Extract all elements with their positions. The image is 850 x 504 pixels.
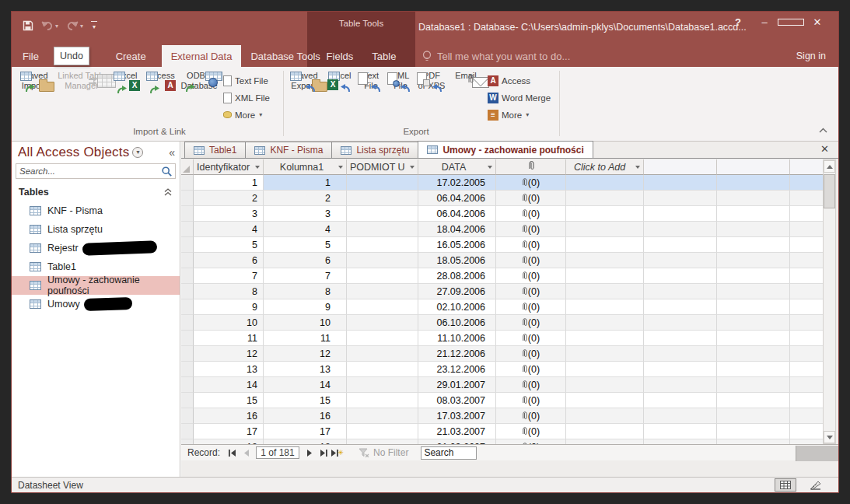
- cell-identyfikator[interactable]: 14: [194, 377, 264, 393]
- cell-data[interactable]: 06.04.2006: [418, 206, 496, 222]
- cell-podmiot[interactable]: [347, 315, 418, 331]
- cell-attachment[interactable]: (0): [496, 377, 566, 393]
- cell-identyfikator[interactable]: 9: [194, 299, 264, 315]
- import-text-file-button[interactable]: Text File: [223, 72, 268, 89]
- cell-kolumna1[interactable]: 2: [264, 191, 347, 206]
- cell-identyfikator[interactable]: 17: [194, 424, 264, 439]
- cell-podmiot[interactable]: [347, 393, 418, 408]
- import-access-button[interactable]: A Access: [144, 71, 178, 81]
- cell-kolumna1[interactable]: 5: [264, 237, 347, 253]
- maximize-button[interactable]: [778, 16, 804, 28]
- cell-data[interactable]: 16.05.2006: [418, 237, 496, 253]
- cell-podmiot[interactable]: [347, 191, 418, 206]
- document-tab[interactable]: Umowy - zachowanie poufności: [418, 141, 593, 158]
- cell-click-to-add[interactable]: [566, 237, 644, 253]
- cell-data[interactable]: 29.01.2007: [418, 377, 496, 393]
- cell-identyfikator[interactable]: 6: [194, 253, 264, 268]
- export-text-file-button[interactable]: Text File: [357, 71, 385, 90]
- cell-kolumna1[interactable]: 13: [264, 362, 347, 377]
- help-button[interactable]: ?: [725, 16, 751, 28]
- cell-attachment[interactable]: (0): [496, 331, 566, 346]
- row-selector[interactable]: [181, 284, 194, 299]
- vertical-scrollbar[interactable]: [823, 159, 836, 444]
- search-icon[interactable]: [161, 166, 173, 177]
- cell-attachment[interactable]: (0): [496, 268, 566, 284]
- cell-click-to-add[interactable]: [566, 253, 644, 268]
- row-selector[interactable]: [181, 424, 194, 439]
- cell-click-to-add[interactable]: [566, 346, 644, 362]
- tab-create[interactable]: Create: [107, 45, 156, 67]
- cell-podmiot[interactable]: [347, 362, 418, 377]
- cell-data[interactable]: 08.03.2007: [418, 393, 496, 408]
- cell-attachment[interactable]: (0): [496, 393, 566, 408]
- row-selector[interactable]: [181, 408, 194, 424]
- cell-attachment[interactable]: (0): [496, 424, 566, 439]
- sign-in-link[interactable]: Sign in: [796, 45, 826, 67]
- cell-identyfikator[interactable]: 7: [194, 268, 264, 284]
- row-selector[interactable]: [181, 253, 194, 268]
- export-excel-button[interactable]: X Excel: [326, 71, 355, 81]
- cell-attachment[interactable]: (0): [496, 284, 566, 299]
- cell-identyfikator[interactable]: 8: [194, 284, 264, 299]
- tab-external-data[interactable]: External Data: [162, 45, 242, 67]
- cell-click-to-add[interactable]: [566, 268, 644, 284]
- cell-attachment[interactable]: (0): [496, 253, 566, 268]
- cell-podmiot[interactable]: [347, 206, 418, 222]
- row-selector[interactable]: [181, 331, 194, 346]
- export-access-button[interactable]: AAccess: [488, 72, 530, 89]
- column-header-data[interactable]: DATA: [418, 159, 496, 175]
- cell-click-to-add[interactable]: [566, 377, 644, 393]
- cell-click-to-add[interactable]: [566, 175, 644, 191]
- nav-table-item[interactable]: Umowy: [12, 295, 180, 313]
- import-xml-file-button[interactable]: XML File: [223, 89, 270, 106]
- row-selector[interactable]: [181, 191, 194, 206]
- cell-podmiot[interactable]: [347, 346, 418, 362]
- cell-identyfikator[interactable]: 15: [194, 393, 264, 408]
- import-odbc-button[interactable]: ODBC Database: [180, 71, 219, 90]
- cell-attachment[interactable]: (0): [496, 299, 566, 315]
- cell-identyfikator[interactable]: 2: [194, 191, 264, 206]
- cell-podmiot[interactable]: [347, 253, 418, 268]
- first-record-button[interactable]: [225, 446, 239, 460]
- export-pdf-xps-button[interactable]: PDF or XPS: [416, 71, 447, 90]
- cell-podmiot[interactable]: [347, 424, 418, 439]
- cell-identyfikator[interactable]: 11: [194, 331, 264, 346]
- row-selector[interactable]: [181, 237, 194, 253]
- document-tab[interactable]: Lista sprzętu: [331, 142, 418, 158]
- cell-identyfikator[interactable]: 10: [194, 315, 264, 331]
- export-word-merge-button[interactable]: WWord Merge: [488, 89, 551, 106]
- cell-data[interactable]: 23.12.2006: [418, 362, 496, 377]
- cell-data[interactable]: 17.03.2007: [418, 408, 496, 424]
- close-document-icon[interactable]: ✕: [820, 144, 829, 155]
- cell-kolumna1[interactable]: 7: [264, 268, 347, 284]
- row-selector[interactable]: [181, 315, 194, 331]
- cell-click-to-add[interactable]: [566, 408, 644, 424]
- dropdown-arrow-icon[interactable]: [338, 166, 343, 169]
- document-tab[interactable]: Table1: [184, 142, 246, 158]
- cell-kolumna1[interactable]: 11: [264, 331, 347, 346]
- customize-qat-icon[interactable]: ▾: [91, 21, 97, 30]
- cell-click-to-add[interactable]: [566, 315, 644, 331]
- tab-table[interactable]: Table: [362, 45, 405, 67]
- row-selector[interactable]: [181, 268, 194, 284]
- cell-identyfikator[interactable]: 3: [194, 206, 264, 222]
- scroll-down-button[interactable]: [824, 431, 835, 443]
- column-header-identyfikator[interactable]: Identyfikator: [194, 159, 264, 175]
- nav-table-item[interactable]: KNF - Pisma: [12, 201, 180, 220]
- cell-podmiot[interactable]: [347, 268, 418, 284]
- cell-data[interactable]: 21.03.2007: [418, 424, 496, 439]
- design-view-button[interactable]: [804, 478, 826, 492]
- select-all-corner[interactable]: [181, 159, 194, 175]
- save-icon[interactable]: [23, 20, 33, 31]
- row-selector[interactable]: [181, 377, 194, 393]
- cell-kolumna1[interactable]: 1: [264, 175, 347, 191]
- cell-data[interactable]: 21.12.2006: [418, 346, 496, 362]
- cell-click-to-add[interactable]: [566, 393, 644, 408]
- cell-attachment[interactable]: (0): [496, 175, 566, 191]
- cell-attachment[interactable]: (0): [496, 408, 566, 424]
- close-button[interactable]: ✕: [804, 16, 831, 28]
- cell-attachment[interactable]: (0): [496, 191, 566, 206]
- cell-kolumna1[interactable]: 15: [264, 393, 347, 408]
- saved-imports-button[interactable]: Saved Imports: [18, 71, 54, 90]
- document-tab[interactable]: KNF - Pisma: [245, 142, 332, 158]
